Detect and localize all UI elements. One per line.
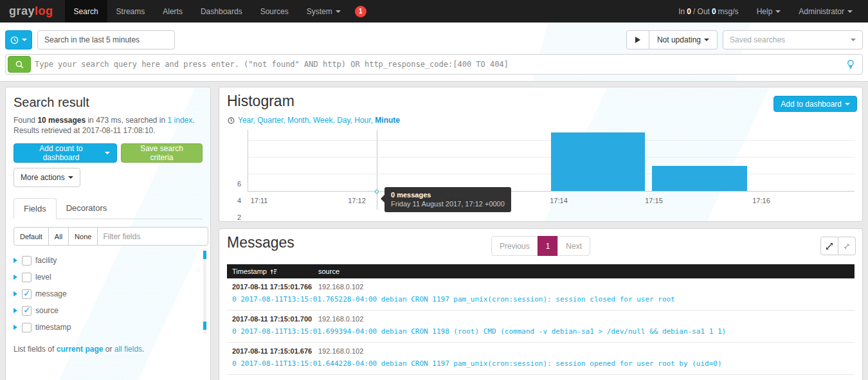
add-to-dashboard-button[interactable]: Add to dashboard [773, 96, 857, 112]
messages-table: Timestamp source 2017-08-11 17:15:01.766… [227, 264, 854, 380]
nav-item-system[interactable]: System [298, 0, 350, 23]
search-submit-button[interactable] [8, 56, 31, 73]
compress-icon [843, 242, 851, 250]
resolution-year[interactable]: Year [238, 116, 257, 125]
query-help-bulb-icon[interactable] [847, 60, 854, 69]
histogram-plot-area[interactable]: 0 messages Friday 11 August 2017, 17:12 … [248, 130, 854, 192]
more-actions-button[interactable]: More actions [14, 168, 80, 187]
chevron-down-icon [775, 10, 781, 13]
message-source: 192.168.0.102 [318, 347, 363, 355]
message-row[interactable]: 2017-08-11 17:15:01.676192.168.0.102 0 2… [227, 343, 854, 375]
field-checkbox[interactable] [22, 289, 32, 299]
message-timestamp: 2017-08-11 17:15:01.676 [232, 347, 318, 355]
expand-table-button[interactable] [820, 237, 838, 255]
expand-caret-icon[interactable] [14, 275, 17, 280]
scrollbar-thumb[interactable] [203, 321, 206, 330]
tab-decorators[interactable]: Decorators [57, 198, 117, 219]
message-row[interactable]: 2017-08-11 17:15:01.700192.168.0.102 0 2… [227, 311, 854, 343]
field-row-level: level [14, 269, 203, 285]
out-msg-count: 0 [712, 7, 716, 16]
saved-searches-select[interactable]: Saved searches [723, 30, 863, 50]
play-refresh-button[interactable] [626, 30, 649, 50]
timerange-select[interactable]: Search in the last 5 minutes [37, 30, 175, 50]
notification-badge[interactable]: 1 [355, 6, 366, 17]
pagination-previous[interactable]: Previous [491, 236, 538, 256]
message-text[interactable]: 0 2017-08-11T13:15:01.765228-04:00 debia… [232, 295, 849, 303]
message-text[interactable]: 0 2017-08-11T13:15:01.644228-04:00 debia… [232, 359, 849, 368]
result-summary: Found 10 messages in 473 ms, searched in… [14, 115, 203, 125]
throughput-indicator: In0 / Out0 msg/s [669, 0, 747, 23]
current-page-link[interactable]: current page [57, 345, 104, 354]
x-axis-tick: 17:14 [545, 197, 573, 204]
histogram-bar-1714[interactable] [551, 132, 645, 191]
sidebar-title: Search result [14, 95, 203, 110]
field-list-footer: List fields of current page or all field… [14, 345, 203, 354]
all-fields-link[interactable]: all fields [114, 345, 142, 354]
nav-item-search[interactable]: Search [65, 0, 107, 23]
in-msg-count: 0 [687, 7, 691, 16]
resolution-week[interactable]: Week [313, 116, 337, 125]
filter-fields-input[interactable] [97, 227, 208, 246]
field-checkbox[interactable] [22, 306, 32, 316]
query-bar [5, 54, 863, 75]
message-text[interactable]: 0 2017-08-11T13:15:01.699394-04:00 debia… [232, 327, 849, 336]
top-navbar: graylog Search Streams Alerts Dashboards… [0, 0, 868, 23]
resolution-month[interactable]: Month [287, 116, 313, 125]
field-checkbox[interactable] [22, 323, 32, 332]
resolution-quarter[interactable]: Quarter [257, 116, 287, 125]
nav-item-streams[interactable]: Streams [107, 0, 154, 23]
fields-default-button[interactable]: Default [14, 227, 49, 246]
column-header-timestamp[interactable]: Timestamp [227, 267, 318, 275]
search-result-sidebar: Search result Found 10 messages in 473 m… [5, 87, 211, 380]
nav-item-dashboards[interactable]: Dashboards [192, 0, 251, 23]
x-axis-tick: 17:11 [245, 197, 273, 204]
add-count-to-dashboard-button[interactable]: Add count to dashboard [14, 143, 117, 163]
message-count: 10 messages [37, 116, 86, 125]
logo-text-log: log [35, 5, 53, 18]
nav-item-alerts[interactable]: Alerts [154, 0, 192, 23]
message-row[interactable]: 2017-08-11 17:15:01.766192.168.0.102 0 2… [227, 278, 854, 311]
tab-fields[interactable]: Fields [14, 198, 57, 219]
field-checkbox[interactable] [22, 273, 32, 282]
chevron-down-icon [845, 103, 850, 105]
chevron-down-icon [704, 39, 709, 41]
expand-caret-icon[interactable] [14, 291, 17, 296]
scrollbar-thumb[interactable] [203, 251, 206, 259]
fields-all-button[interactable]: All [48, 227, 69, 246]
nav-item-help[interactable]: Help [748, 0, 790, 23]
x-axis-tick: 17:16 [747, 197, 775, 204]
chevron-down-icon [851, 39, 856, 41]
resolution-minute-active[interactable]: Minute [375, 116, 400, 125]
nav-item-sources[interactable]: Sources [251, 0, 298, 23]
pagination-page-1[interactable]: 1 [538, 236, 559, 256]
message-row[interactable]: 2017-08-11 17:14:37.645192.168.0.102 0 2… [227, 375, 854, 380]
navbar-right: In0 / Out0 msg/s Help Administrator [669, 0, 868, 23]
field-checkbox[interactable] [22, 256, 32, 266]
search-query-input[interactable] [35, 60, 839, 69]
save-search-criteria-button[interactable]: Save search criteria [121, 143, 203, 163]
refresh-interval-button[interactable]: Not updating [649, 30, 718, 50]
expand-caret-icon[interactable] [14, 325, 17, 330]
field-list-scrollbar[interactable] [203, 249, 206, 334]
histogram-panel: Histogram Add to dashboard YearQuarterMo… [219, 87, 863, 222]
pagination-next[interactable]: Next [557, 236, 590, 256]
tooltip-date: Friday 11 August 2017, 17:12 +0000 [391, 200, 505, 208]
graylog-logo[interactable]: graylog [0, 0, 65, 23]
expand-caret-icon[interactable] [14, 308, 17, 313]
timerange-button[interactable] [5, 30, 32, 50]
nav-item-user-menu[interactable]: Administrator [790, 0, 862, 23]
sort-icon [270, 268, 277, 275]
index-link[interactable]: 1 index [168, 116, 193, 125]
play-icon [635, 37, 640, 43]
compress-table-button[interactable] [838, 237, 856, 255]
resolution-hour[interactable]: Hour [354, 116, 375, 125]
histogram-bar-1715[interactable] [652, 166, 747, 191]
column-header-source[interactable]: source [318, 267, 339, 275]
resolution-day[interactable]: Day [337, 116, 354, 125]
search-controls-strip: Search in the last 5 minutes Not updatin… [0, 23, 868, 82]
field-row-facility: facility [14, 252, 203, 269]
expand-caret-icon[interactable] [14, 258, 17, 263]
fields-none-button[interactable]: None [68, 227, 98, 246]
message-source: 192.168.0.102 [318, 315, 363, 323]
chart-crosshair [377, 130, 377, 210]
